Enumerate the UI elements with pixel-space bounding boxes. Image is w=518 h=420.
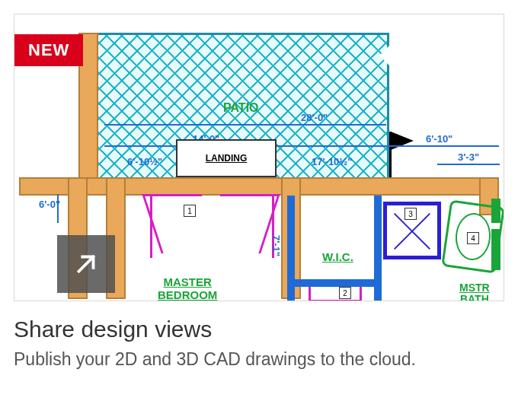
patio-label: PATIO [223, 101, 259, 115]
dimension-label: 7'-1" [270, 235, 282, 256]
dimension-label: 6'-10" [426, 133, 452, 145]
dimension-label: 17'-10½" [312, 156, 352, 167]
dimension-label: 28'-0" [301, 112, 328, 123]
dimension-label: 3'-3" [458, 151, 479, 163]
feature-thumbnail[interactable]: LANDING PATIO MASTER BEDROOM W.I.C. MSTR… [14, 14, 504, 301]
callout-marker: 1 [184, 205, 196, 217]
master-bath-label: MSTR BATH [459, 282, 490, 301]
feature-card: LANDING PATIO MASTER BEDROOM W.I.C. MSTR… [14, 14, 504, 371]
callout-marker: 3 [404, 208, 417, 220]
card-title: Share design views [14, 317, 504, 342]
share-overlay-button[interactable] [57, 235, 115, 293]
master-bedroom-label: MASTER BEDROOM [158, 276, 217, 301]
callout-marker: 2 [339, 287, 351, 299]
wic-label: W.I.C. [322, 250, 353, 263]
new-badge: NEW [14, 34, 83, 66]
dimension-label: 6'-10½" [127, 156, 162, 167]
callout-marker: 4 [467, 232, 479, 244]
arrow-up-right-icon [72, 250, 101, 278]
dimension-label: 6'-0" [39, 199, 60, 210]
new-badge-label: NEW [28, 40, 69, 59]
card-description: Publish your 2D and 3D CAD drawings to t… [14, 348, 504, 371]
landing-label: LANDING [206, 153, 248, 164]
